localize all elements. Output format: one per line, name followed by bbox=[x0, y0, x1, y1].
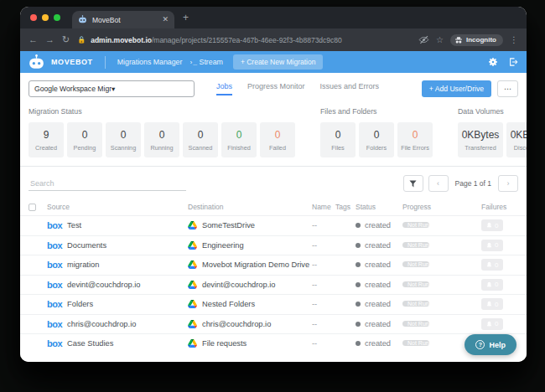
url-text[interactable]: admin.movebot.io/manage/projects/215557e… bbox=[91, 36, 342, 44]
google-drive-icon bbox=[188, 281, 197, 289]
new-tab-button[interactable]: + bbox=[183, 12, 189, 23]
failures-cell: 0 bbox=[481, 240, 518, 251]
lock-icon: 🔒 bbox=[77, 36, 86, 44]
reload-icon[interactable]: ↻ bbox=[62, 35, 70, 44]
box-logo: box bbox=[47, 299, 62, 309]
progress-cell: Not Run bbox=[402, 220, 481, 230]
settings-gear-icon[interactable] bbox=[488, 57, 498, 67]
stat-card: 0 Folders bbox=[359, 122, 394, 157]
progress-bar: Not Run bbox=[402, 321, 429, 327]
table-header: Source Destination Name Tags Status Prog… bbox=[20, 199, 527, 215]
column-destination: Destination bbox=[188, 203, 312, 211]
forward-icon[interactable]: → bbox=[45, 35, 54, 44]
search-row: ‹ Page 1 of 1 › bbox=[20, 167, 527, 199]
table-row[interactable]: box migration Movebot Migration Demo D bbox=[20, 255, 527, 275]
table-row[interactable]: box devint@couchdrop.io devint@couchdr bbox=[20, 275, 527, 295]
stat-label: Folders bbox=[361, 144, 392, 152]
source-name: Case Studies bbox=[67, 339, 113, 348]
close-window-button[interactable] bbox=[30, 14, 37, 21]
sign-out-icon[interactable] bbox=[508, 57, 518, 67]
next-page-button[interactable]: › bbox=[498, 175, 518, 192]
progress-bar: Not Run bbox=[402, 222, 429, 228]
select-all-checkbox[interactable] bbox=[29, 204, 36, 211]
bookmark-star-icon[interactable]: ☆ bbox=[436, 35, 444, 44]
window-controls[interactable] bbox=[30, 14, 60, 21]
browser-tab-movebot[interactable]: MoveBot ✕ bbox=[72, 11, 174, 28]
status-cell: created bbox=[356, 221, 402, 230]
failures-badge[interactable]: 0 bbox=[481, 318, 503, 330]
failures-badge[interactable]: 0 bbox=[481, 219, 503, 231]
view-tab[interactable]: Progress Monitor bbox=[247, 82, 305, 95]
stat-card: 0 Files bbox=[320, 122, 356, 157]
nav-stream[interactable]: ›_ Stream bbox=[189, 58, 222, 66]
eye-blocked-icon[interactable] bbox=[418, 34, 429, 45]
sub-toolbar: Google Workspace Migration ▾ JobsProgres… bbox=[20, 73, 527, 103]
more-options-button[interactable]: ⋯ bbox=[497, 80, 518, 97]
add-user-drive-button[interactable]: + Add User/Drive bbox=[422, 80, 491, 97]
box-logo: box bbox=[47, 338, 62, 348]
toolbar-right-icons: ☆ Incognito ⋮ bbox=[418, 34, 518, 46]
failures-badge[interactable]: 0 bbox=[481, 279, 503, 291]
stats-group-migration-status: Migration Status 9 Created 0 Pending 0 S… bbox=[29, 104, 295, 157]
minimize-window-button[interactable] bbox=[42, 14, 49, 21]
brand-name: MOVEBOT bbox=[51, 58, 93, 66]
status-text: created bbox=[365, 260, 391, 269]
failures-count: 0 bbox=[495, 320, 498, 328]
project-select[interactable]: Google Workspace Migration ▾ bbox=[29, 80, 195, 97]
prev-page-button[interactable]: ‹ bbox=[428, 175, 449, 192]
failures-cell: 0 bbox=[481, 298, 518, 310]
stat-value: 0 bbox=[223, 129, 255, 141]
filter-button[interactable] bbox=[403, 175, 423, 192]
source-name: Documents bbox=[67, 241, 106, 250]
status-text: created bbox=[365, 221, 391, 230]
stat-card: 0KBytes Transferred bbox=[458, 122, 503, 157]
google-drive-icon bbox=[188, 339, 197, 348]
bell-icon bbox=[486, 281, 492, 288]
table-row[interactable]: box chris@couchdrop.io chris@couchdrop bbox=[20, 314, 527, 334]
table-row[interactable]: box Case Studies File requests bbox=[20, 333, 527, 353]
maximize-window-button[interactable] bbox=[54, 14, 60, 21]
view-tab[interactable]: Jobs bbox=[216, 82, 232, 95]
source-cell: box migration bbox=[47, 260, 188, 270]
view-tab[interactable]: Issues and Errors bbox=[320, 82, 380, 95]
failures-badge[interactable]: 0 bbox=[481, 298, 503, 310]
stat-card: 0 Scanned bbox=[183, 122, 218, 157]
tab-close-icon[interactable]: ✕ bbox=[162, 16, 169, 23]
stat-label: Scanned bbox=[184, 144, 216, 152]
name-cell: -- bbox=[312, 300, 335, 308]
stats-group-label: Data Volumes bbox=[458, 107, 527, 116]
failures-badge[interactable]: 0 bbox=[481, 259, 503, 271]
stat-value: 0 bbox=[399, 129, 431, 141]
status-dot-icon bbox=[356, 262, 361, 267]
google-drive-icon bbox=[188, 300, 197, 308]
failures-count: 0 bbox=[495, 241, 498, 249]
status-dot-icon bbox=[356, 223, 361, 228]
table-row[interactable]: box Test SomeTestDrive bbox=[20, 215, 527, 235]
address-bar[interactable]: 🔒 admin.movebot.io/manage/projects/21555… bbox=[77, 36, 411, 44]
source-name: Folders bbox=[67, 300, 93, 308]
nav-migrations-manager[interactable]: Migrations Manager bbox=[117, 58, 183, 66]
progress-cell: Not Run bbox=[402, 260, 481, 270]
movebot-logo-robot-icon bbox=[29, 54, 44, 70]
destination-name: File requests bbox=[202, 339, 247, 348]
status-dot-icon bbox=[356, 302, 361, 307]
app-header: MOVEBOT Migrations Manager ›_ Stream + C… bbox=[20, 51, 527, 73]
search-input[interactable] bbox=[29, 177, 186, 191]
create-new-migration-button[interactable]: + Create New Migration bbox=[233, 54, 324, 70]
stat-value: 0 bbox=[184, 129, 216, 141]
sub-toolbar-actions: + Add User/Drive ⋯ bbox=[422, 80, 518, 97]
browser-window: MoveBot ✕ + ← → ↻ 🔒 admin.movebot.io/man… bbox=[20, 7, 527, 362]
browser-tabstrip: MoveBot ✕ + bbox=[20, 7, 527, 28]
bell-icon bbox=[486, 242, 492, 249]
filter-funnel-icon bbox=[409, 180, 417, 188]
table-row[interactable]: box Folders Nested Folders bbox=[20, 294, 527, 314]
help-button[interactable]: ? Help bbox=[465, 334, 516, 355]
table-row[interactable]: box Documents Engineering bbox=[20, 235, 527, 255]
stats-group-label: Files and Folders bbox=[320, 107, 433, 116]
failures-badge[interactable]: 0 bbox=[481, 240, 503, 251]
browser-menu-icon[interactable]: ⋮ bbox=[510, 35, 518, 44]
column-status: Status bbox=[356, 203, 402, 211]
source-cell: box devint@couchdrop.io bbox=[47, 280, 188, 290]
back-icon[interactable]: ← bbox=[29, 35, 38, 44]
stat-label: Discovered bbox=[508, 144, 527, 152]
